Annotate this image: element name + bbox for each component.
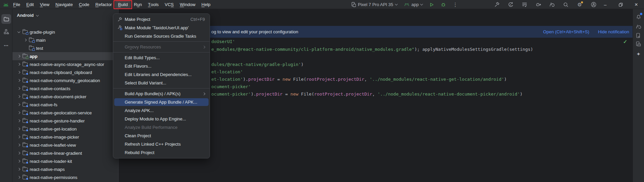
chevron-right-icon[interactable]: [18, 79, 20, 82]
banner-hide-link[interactable]: Hide notification: [598, 29, 630, 34]
tree-item[interactable]: react-native-get-location: [12, 125, 118, 133]
menu-item-make-project[interactable]: Make Project Ctrl+F9: [113, 15, 210, 24]
menu-edit[interactable]: Edit: [23, 1, 37, 8]
menu-item-label: Deploy Module to App Engine...: [125, 116, 205, 121]
menu-item-edit-flavors[interactable]: Edit Flavors...: [113, 62, 210, 70]
tree-item[interactable]: react-native-linear-gradient: [12, 149, 118, 157]
menu-navigate[interactable]: Navigate: [53, 1, 76, 8]
search-everywhere-button[interactable]: [562, 1, 570, 9]
menu-file[interactable]: File: [10, 1, 23, 8]
tree-item[interactable]: react-native-document-picker: [12, 93, 118, 101]
menu-item-build-app-bundles[interactable]: Build App Bundle(s) / APK(s): [113, 89, 210, 98]
chevron-right-icon[interactable]: [18, 103, 20, 106]
tree-item[interactable]: react-native-leaflet-view: [12, 141, 118, 149]
menu-code[interactable]: Code: [76, 1, 92, 8]
account-button[interactable]: [589, 1, 597, 9]
chevron-right-icon[interactable]: [18, 152, 20, 154]
close-button[interactable]: ×: [628, 0, 644, 9]
more-actions-button[interactable]: ⋮: [453, 2, 458, 8]
apply-changes-button[interactable]: A: [507, 1, 515, 9]
menu-refactor[interactable]: Refactor: [92, 1, 115, 8]
tree-item-test[interactable]: test: [12, 44, 118, 52]
tree-item[interactable]: react-native-fs: [12, 101, 118, 109]
chevron-right-icon[interactable]: [18, 160, 20, 162]
run-configuration-selector[interactable]: app: [404, 2, 423, 7]
project-tool-window-button[interactable]: [1, 14, 11, 24]
device-selector[interactable]: Pixel 7 Pro API 35: [351, 2, 397, 7]
banner-message: og to view and edit your project configu…: [211, 29, 298, 34]
tree-item[interactable]: react-native-loader-kit: [12, 157, 118, 165]
menu-view[interactable]: View: [37, 1, 52, 8]
gradle-tool-window-button[interactable]: [635, 23, 643, 31]
tree-item[interactable]: react-native-gesture-handler: [12, 117, 118, 125]
run-button[interactable]: [429, 2, 434, 7]
menu-vcs[interactable]: VCS: [162, 1, 177, 8]
chevron-right-icon[interactable]: [18, 128, 20, 130]
resource-manager-button[interactable]: [1, 27, 11, 36]
running-devices-button[interactable]: [635, 32, 643, 40]
chevron-right-icon[interactable]: [18, 71, 20, 74]
menu-item-edit-libraries[interactable]: Edit Libraries and Dependencies...: [113, 70, 210, 79]
menu-item-make-module[interactable]: Make Module 'TaxidoUserUI.app': [113, 24, 210, 32]
tree-item-gradle-plugin[interactable]: gradle-plugin: [12, 28, 118, 36]
project-tree: gradle-plugin main test app react-native: [12, 28, 118, 181]
menu-item-run-generate-sources[interactable]: Run Generate Sources Gradle Tasks: [113, 32, 210, 40]
chevron-right-icon[interactable]: [18, 87, 20, 90]
chevron-right-icon[interactable]: [18, 111, 20, 114]
gradle-sync-button[interactable]: [548, 1, 556, 9]
menu-item-shortcut: Ctrl+F9: [190, 17, 205, 22]
more-tool-windows-button[interactable]: •••: [1, 41, 11, 50]
chevron-down-icon[interactable]: [18, 30, 20, 33]
menu-item-rebuild-project[interactable]: Rebuild Project: [113, 148, 210, 157]
tree-item[interactable]: react-native-maps: [12, 165, 118, 173]
menu-item-refresh-cpp-projects[interactable]: Refresh Linked C++ Projects: [113, 140, 210, 148]
chevron-right-icon[interactable]: [18, 136, 20, 138]
settings-button[interactable]: ⚙: [576, 1, 584, 9]
project-view-selector[interactable]: Android: [17, 13, 38, 18]
menu-help[interactable]: Help: [198, 1, 214, 8]
tree-item[interactable]: react-native-contacts: [12, 84, 118, 93]
menu-build[interactable]: Build: [115, 1, 131, 8]
device-manager-button[interactable]: [635, 40, 643, 48]
attach-debugger-button[interactable]: [534, 1, 542, 9]
chevron-right-icon[interactable]: [18, 95, 20, 98]
notifications-button[interactable]: [635, 13, 643, 21]
tree-item[interactable]: react-native-async-storage_async-stor: [12, 60, 118, 68]
library-folder-icon: [23, 176, 28, 179]
run-tasks-list-button[interactable]: [520, 1, 528, 9]
library-folder-icon: [23, 127, 28, 131]
menu-tools[interactable]: Tools: [145, 1, 162, 8]
tree-item-main[interactable]: main: [12, 36, 118, 44]
chevron-right-icon[interactable]: [18, 144, 20, 146]
menu-window[interactable]: Window: [177, 1, 198, 8]
tree-item[interactable]: react-native-geolocation-service: [12, 109, 118, 117]
menu-item-edit-build-types[interactable]: Edit Build Types...: [113, 53, 210, 62]
gemini-ai-button[interactable]: ✦: [635, 50, 643, 58]
chevron-right-icon[interactable]: [18, 176, 20, 179]
tree-item[interactable]: react-native-image-picker: [12, 133, 118, 141]
tree-item[interactable]: react-native-clipboard_clipboard: [12, 68, 118, 76]
menu-item-generate-signed-bundle[interactable]: Generate Signed App Bundle / APK...: [113, 98, 210, 106]
minimize-button[interactable]: –: [597, 0, 613, 9]
chevron-right-icon[interactable]: [18, 119, 20, 122]
chevron-right-icon[interactable]: [18, 168, 20, 171]
menu-item-deploy-app-engine[interactable]: Deploy Module to App Engine...: [113, 115, 210, 123]
build-project-button[interactable]: [493, 1, 501, 9]
maximize-button[interactable]: [613, 0, 628, 9]
tree-item[interactable]: react-native-permissions: [12, 173, 118, 181]
tree-item-app[interactable]: app: [12, 52, 118, 60]
menu-item-select-build-variant[interactable]: Select Build Variant...: [113, 79, 210, 87]
chevron-right-icon[interactable]: [18, 63, 20, 66]
inspections-ok-icon[interactable]: ✓: [623, 39, 627, 45]
chevron-right-icon[interactable]: [24, 39, 27, 41]
menu-item-label: Edit Flavors...: [125, 64, 205, 69]
debug-button[interactable]: [441, 2, 446, 7]
menu-item-groovy-resources: Groovy Resources: [113, 43, 210, 51]
menu-item-analyze-apk[interactable]: Analyze APK...: [113, 106, 210, 115]
menu-run[interactable]: Run: [131, 1, 145, 8]
chevron-right-icon[interactable]: [18, 55, 20, 58]
menu-item-clean-project[interactable]: Clean Project: [113, 132, 210, 140]
banner-open-link[interactable]: Open (Ctrl+Alt+Shift+S): [543, 29, 589, 34]
tree-item[interactable]: react-native-community_geolocation: [12, 76, 118, 84]
tree-item-label: react-native-maps: [30, 167, 65, 172]
